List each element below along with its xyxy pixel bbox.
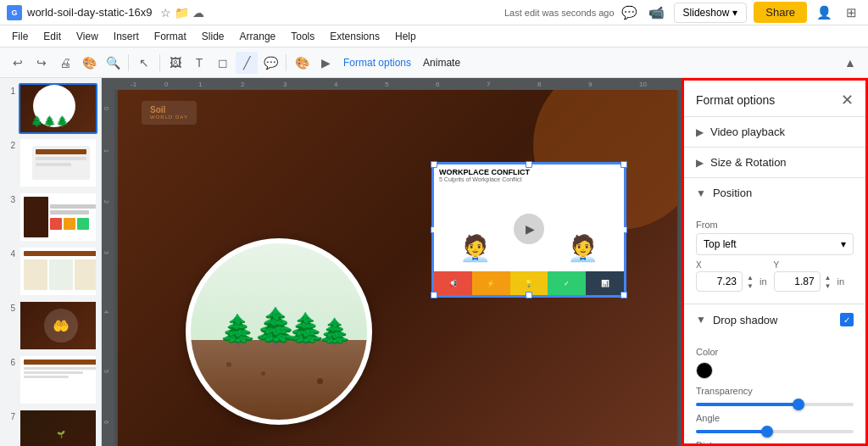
menu-file[interactable]: File (5, 29, 35, 44)
video-playback-section: ▶ Video playback (684, 117, 865, 148)
format-panel-close-button[interactable]: ✕ (841, 91, 854, 109)
shadow-color-row (696, 362, 854, 379)
y-decrement-button[interactable]: ▼ (822, 282, 834, 290)
position-title: Position (713, 187, 752, 199)
shadow-color-picker[interactable] (696, 362, 713, 379)
video-call-icon[interactable]: 📹 (647, 3, 667, 23)
document-title[interactable]: world-soil-day-static-16x9 (27, 6, 152, 19)
play-button[interactable] (514, 214, 544, 244)
main-slide[interactable]: Soil WORLD DAY (118, 86, 677, 446)
slide-thumb-7[interactable]: 7 🌱 (3, 409, 97, 446)
main-area: 1 🌲🌲🌲 2 (0, 78, 868, 446)
y-increment-button[interactable]: ▲ (822, 273, 834, 282)
insert-shape-button[interactable]: ◻ (212, 52, 234, 74)
insert-comment-button[interactable]: 💬 (259, 52, 281, 74)
redo-button[interactable]: ↪ (31, 52, 53, 74)
slideshow-button[interactable]: Slideshow ▾ (674, 3, 748, 23)
menu-insert[interactable]: Insert (107, 29, 146, 44)
slide-7-img[interactable]: 🌱 (19, 409, 97, 446)
angle-slider[interactable] (696, 430, 854, 433)
transition-button[interactable]: ▶ (314, 52, 337, 74)
transparency-thumb[interactable] (793, 399, 804, 410)
angle-thumb[interactable] (761, 426, 773, 438)
drop-shadow-checkbox[interactable] (840, 313, 854, 326)
x-input[interactable] (696, 271, 743, 292)
print-button[interactable]: 🖨 (54, 52, 76, 74)
grid-apps-icon[interactable]: ⊞ (841, 3, 861, 23)
cloud-icon[interactable]: ☁ (192, 6, 204, 20)
slide-num-6: 6 (3, 358, 15, 367)
menu-extensions[interactable]: Extensions (323, 29, 387, 44)
size-rotation-title: Size & Rotation (710, 156, 787, 169)
account-icon[interactable]: 👤 (814, 3, 834, 23)
star-icon[interactable]: ☆ (160, 6, 171, 20)
size-rotation-toggle[interactable]: ▶ Size & Rotation (684, 148, 865, 177)
handle-br[interactable] (620, 292, 627, 298)
x-decrement-button[interactable]: ▼ (744, 282, 756, 290)
animate-label[interactable]: Animate (418, 55, 465, 70)
share-button[interactable]: Share (754, 2, 807, 23)
slide-thumb-1[interactable]: 1 🌲🌲🌲 (3, 83, 97, 134)
drop-shadow-toggle[interactable]: ▼ Drop shadow (696, 314, 778, 326)
slide-thumb-2[interactable]: 2 (3, 137, 97, 188)
transparency-label: Transparency (696, 386, 854, 396)
title-actions: ☆ 📁 ☁ (160, 6, 204, 20)
format-options-label[interactable]: Format options (338, 55, 416, 70)
undo-button[interactable]: ↩ (7, 52, 29, 74)
insert-line-button[interactable]: ╱ (236, 52, 258, 74)
menu-view[interactable]: View (70, 29, 105, 44)
x-increment-button[interactable]: ▲ (744, 273, 756, 282)
menu-help[interactable]: Help (388, 29, 423, 44)
drop-shadow-header: ▼ Drop shadow (684, 304, 865, 335)
video-playback-toggle[interactable]: ▶ Video playback (684, 117, 865, 147)
slide-4-img[interactable] (19, 246, 97, 297)
menu-bar: File Edit View Insert Format Slide Arran… (0, 25, 868, 47)
slide-5-img[interactable]: 🤲 (19, 300, 97, 351)
folder-icon[interactable]: 📁 (175, 6, 189, 20)
ruler-vertical: 0 1 2 3 4 5 6 (102, 78, 114, 446)
menu-edit[interactable]: Edit (36, 29, 68, 44)
menu-arrange[interactable]: Arrange (233, 29, 283, 44)
insert-image-button[interactable]: 🖼 (164, 52, 186, 74)
handle-tr[interactable] (620, 161, 627, 168)
menu-format[interactable]: Format (147, 29, 193, 44)
handle-tl[interactable] (431, 161, 437, 168)
zoom-button[interactable]: 🔍 (102, 52, 124, 74)
slide-2-img[interactable] (19, 137, 97, 188)
video-embed[interactable]: WORKPLACE CONFLICT 5 Culprits of Workpla… (431, 162, 626, 298)
x-input-group: X ▲ ▼ in (696, 260, 767, 292)
top-bar: G world-soil-day-static-16x9 ☆ 📁 ☁ Last … (0, 0, 868, 25)
y-input-group: Y ▲ ▼ in (774, 260, 845, 292)
comments-icon[interactable]: 💬 (620, 3, 640, 23)
menu-tools[interactable]: Tools (284, 29, 321, 44)
ruler-horizontal: -1 0 1 2 3 4 5 6 7 8 9 10 11 12 13 (102, 78, 682, 90)
slide-6-img[interactable] (19, 354, 97, 405)
menu-slide[interactable]: Slide (195, 29, 231, 44)
theme-button[interactable]: 🎨 (291, 52, 313, 74)
from-dropdown[interactable]: Top left ▾ (696, 233, 854, 255)
x-label: X (696, 260, 767, 270)
position-xy-row: X ▲ ▼ in Y (696, 260, 854, 292)
canvas-area: -1 0 1 2 3 4 5 6 7 8 9 10 11 12 13 0 1 2 (102, 78, 682, 446)
cursor-button[interactable]: ↖ (133, 52, 155, 74)
transparency-slider[interactable] (696, 403, 854, 406)
distance-label: Distance (696, 440, 854, 446)
y-input[interactable] (774, 271, 821, 292)
insert-text-button[interactable]: T (188, 52, 210, 74)
handle-tm[interactable] (526, 161, 532, 168)
slide-thumb-5[interactable]: 5 🤲 (3, 300, 97, 351)
slide-thumb-3[interactable]: 3 (3, 192, 97, 243)
collapse-button[interactable]: ▲ (839, 52, 861, 74)
handle-bm[interactable] (526, 292, 532, 298)
slide-thumb-6[interactable]: 6 (3, 354, 97, 405)
position-toggle[interactable]: ▼ Position (684, 178, 865, 208)
slide-thumb-4[interactable]: 4 (3, 246, 97, 297)
slide-logo: Soil WORLD DAY (142, 101, 197, 125)
slide-panel: 1 🌲🌲🌲 2 (0, 78, 102, 446)
handle-bl[interactable] (431, 292, 437, 298)
slide-num-1: 1 (3, 86, 15, 96)
slide-1-img[interactable]: 🌲🌲🌲 (19, 83, 97, 134)
transparency-slider-container (696, 403, 854, 406)
slide-3-img[interactable] (19, 192, 97, 243)
paint-format-button[interactable]: 🎨 (78, 52, 100, 74)
